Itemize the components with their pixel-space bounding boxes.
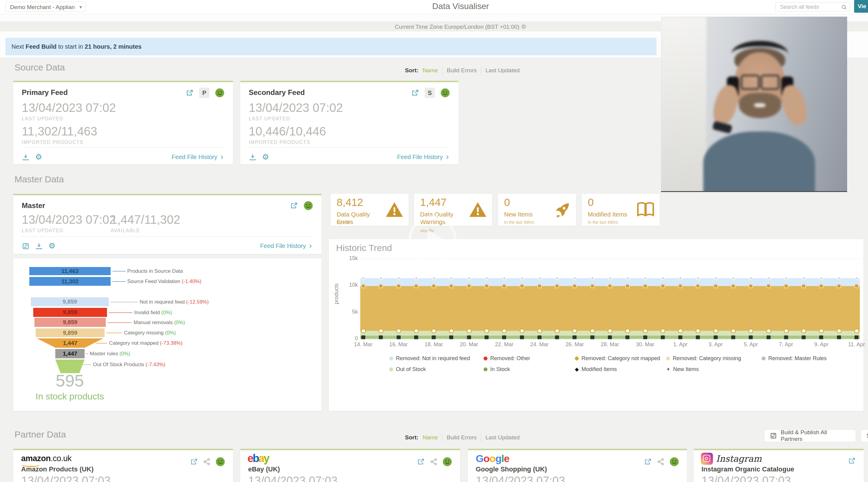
feed-health-smiley-icon[interactable] — [442, 457, 452, 466]
partner-last-updated: 13/04/2023 07:03 — [476, 475, 565, 482]
new-items-card[interactable]: 0 New Items In the last 48hrs — [498, 194, 576, 226]
video-play-button-overlay[interactable] — [409, 215, 456, 263]
external-link-icon[interactable] — [411, 89, 419, 97]
share-icon[interactable] — [430, 458, 438, 466]
external-link-icon[interactable] — [848, 457, 856, 465]
category-not-mapped-markers — [520, 284, 524, 288]
cut-off-button[interactable]: S — [861, 429, 868, 442]
feed-file-history-link[interactable]: Feed File History — [260, 242, 313, 249]
google-partner-card[interactable]: Google Google Shopping (UK) 13/04/2023 0… — [468, 449, 687, 482]
sort-option-build-errors[interactable]: Build Errors — [447, 434, 476, 441]
external-link-icon[interactable] — [190, 458, 198, 466]
feed-imported-count: 11,302/11,463 — [22, 125, 97, 138]
new-items-marker-icon: ✦ — [666, 366, 670, 372]
available-products-markers — [766, 328, 771, 334]
funnel-connector — [86, 354, 88, 354]
sort-option-build-errors[interactable]: Build Errors — [447, 67, 476, 74]
download-icon[interactable] — [249, 153, 256, 161]
gear-icon[interactable]: ⚙ — [49, 241, 55, 251]
secondary-feed-card[interactable]: Secondary Feed S 13/04/2023 07:02 LAST U… — [240, 81, 459, 164]
series-top-markers — [714, 277, 717, 280]
presenter-torso — [703, 131, 815, 192]
master-data-header: Master Data — [14, 174, 64, 184]
sort-option-name[interactable]: Name — [423, 67, 438, 74]
search-box — [776, 2, 850, 11]
legend-item[interactable]: Removed: Not in required feed — [389, 355, 470, 362]
feed-type-badge[interactable]: S — [425, 88, 435, 98]
series-top-markers — [591, 277, 594, 280]
legend-item[interactable]: Removed: Master Rules — [762, 355, 827, 362]
feed-health-smiley-icon[interactable] — [304, 201, 313, 210]
sort-option-last-updated[interactable]: Last Updated — [485, 67, 520, 74]
x-tick-label: 16. Mar — [385, 341, 412, 348]
feed-health-smiley-icon[interactable] — [216, 457, 225, 466]
y-tick-label: 0 — [341, 335, 358, 342]
legend-item[interactable]: ✦New Items — [666, 366, 699, 372]
ebay-partner-card[interactable]: ebay eBay (UK) 13/04/2023 07:03 — [240, 449, 460, 482]
legend-item[interactable]: Removed: Category missing — [666, 355, 741, 362]
legend-dot — [389, 367, 393, 371]
x-tick — [487, 339, 487, 340]
external-link-icon[interactable] — [290, 202, 298, 210]
download-icon[interactable] — [22, 153, 30, 161]
page-title: Data Visualiser — [340, 1, 582, 11]
modified-items-marker-icon: ◆ — [575, 366, 579, 372]
primary-feed-card[interactable]: Primary Feed P 13/04/2023 07:02 LAST UPD… — [13, 81, 233, 164]
sort-option-name[interactable]: Name — [423, 434, 438, 441]
partner-last-updated: 13/04/2023 07:03 — [21, 475, 111, 482]
share-icon[interactable] — [203, 458, 211, 466]
legend-dot — [484, 357, 488, 360]
feed-file-history-link[interactable]: Feed File History — [397, 154, 450, 160]
gear-icon[interactable]: ⚙ — [35, 152, 42, 162]
category-not-mapped-markers — [590, 284, 594, 288]
download-icon[interactable] — [35, 242, 43, 250]
amazon-logo: amazon.co.uk — [21, 454, 72, 463]
view-button[interactable]: Vie — [854, 0, 868, 13]
legend-item[interactable]: Out of Stock — [389, 366, 426, 372]
build-sync-icon[interactable] — [22, 242, 30, 250]
product-funnel-card: 11,463 11,302 9,859 9,859 9,859 9,859 1,… — [13, 258, 321, 411]
master-card[interactable]: Master 13/04/2023 07:02 LAST UPDATED 1,4… — [13, 194, 321, 254]
legend-item[interactable]: Removed: Other — [484, 355, 530, 362]
build-publish-all-partners-button[interactable]: Build & Publish All Partners — [764, 429, 856, 442]
amazon-partner-card[interactable]: amazon.co.uk Amazon Products (UK) 13/04/… — [13, 449, 233, 482]
legend-item[interactable]: In Stock — [484, 366, 510, 372]
feed-health-smiley-icon[interactable] — [670, 457, 679, 466]
legend-item[interactable]: Removed: Category not mapped — [575, 355, 660, 362]
funnel-step-label: Source Feed Validation (-1.40%) — [127, 278, 201, 284]
external-link-icon[interactable] — [644, 458, 652, 466]
stat-value: 0 — [588, 196, 594, 208]
x-tick-label: 5. Apr — [737, 341, 764, 348]
funnel-connector — [113, 271, 126, 272]
sort-option-last-updated[interactable]: Last Updated — [485, 434, 520, 441]
stat-view-fix-link[interactable]: view/fix — [337, 220, 350, 225]
category-not-mapped-markers — [696, 284, 700, 288]
x-tick — [839, 339, 839, 340]
timezone-gear-icon[interactable]: ⚙ — [521, 23, 526, 30]
feed-health-smiley-icon[interactable] — [440, 88, 450, 98]
gear-icon[interactable]: ⚙ — [262, 152, 269, 162]
search-icon[interactable] — [841, 4, 847, 11]
category-not-mapped-markers — [678, 284, 682, 288]
x-tick-label: 1. Apr — [667, 341, 694, 348]
modified-items-card[interactable]: 0 Modified Items In the last 48hrs — [582, 194, 660, 226]
feed-file-history-link[interactable]: Feed File History — [172, 154, 224, 160]
instagram-partner-card[interactable]: Instagram Instagram Organic Catalogue 13… — [693, 449, 864, 482]
category-not-mapped-markers — [572, 284, 577, 288]
x-tick — [539, 339, 540, 340]
external-link-icon[interactable] — [417, 458, 425, 466]
legend-item[interactable]: ◆Modified Items — [575, 366, 617, 372]
search-input[interactable] — [779, 3, 841, 11]
x-tick — [733, 339, 734, 340]
external-link-icon[interactable] — [186, 89, 194, 97]
feed-health-smiley-icon[interactable] — [215, 88, 224, 98]
merchant-selector-dropdown[interactable]: Demo Merchant - Applian ▾ — [5, 2, 86, 12]
category-not-mapped-markers — [819, 284, 823, 288]
build-sync-icon — [770, 432, 777, 440]
feed-type-badge[interactable]: P — [199, 88, 210, 98]
funnel-connector — [96, 343, 107, 343]
data-quality-errors-card[interactable]: 8,412 Data Quality Errors view/fix — [331, 194, 409, 226]
play-icon — [427, 229, 443, 249]
share-icon[interactable] — [657, 458, 664, 466]
x-tick — [645, 339, 646, 340]
